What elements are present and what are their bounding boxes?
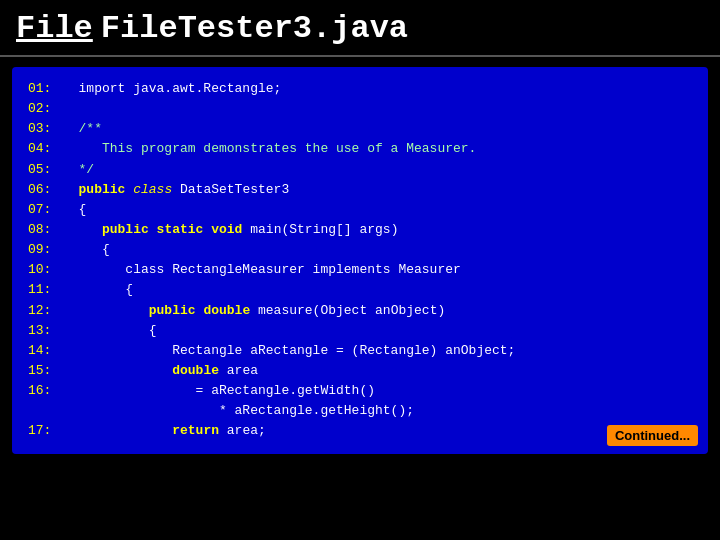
line-number: 03:	[28, 119, 79, 139]
continued-badge: Continued...	[607, 425, 698, 446]
table-row: 10: class RectangleMeasurer implements M…	[28, 260, 692, 280]
table-row: 12: public double measure(Object anObjec…	[28, 301, 692, 321]
header: File FileTester3.java	[0, 0, 720, 57]
table-row: 05: */	[28, 160, 692, 180]
line-number: 12:	[28, 301, 79, 321]
line-number: 15:	[28, 361, 79, 381]
code-container: 01: import java.awt.Rectangle; 02: 03: /…	[12, 67, 708, 454]
table-row: 17: return area;	[28, 421, 692, 441]
line-code: public class DataSetTester3	[79, 180, 692, 200]
line-number: 09:	[28, 240, 79, 260]
line-number: 04:	[28, 139, 79, 159]
table-row: 01: import java.awt.Rectangle;	[28, 79, 692, 99]
title-file-underlined: File	[16, 10, 93, 47]
table-row: 02:	[28, 99, 692, 119]
table-row: 03: /**	[28, 119, 692, 139]
line-number: 02:	[28, 99, 79, 119]
line-number: 16:	[28, 381, 79, 401]
line-number: 08:	[28, 220, 79, 240]
line-code: */	[79, 160, 692, 180]
line-number: 17:	[28, 421, 79, 441]
line-code: double area	[79, 361, 692, 381]
table-row: 08: public static void main(String[] arg…	[28, 220, 692, 240]
line-code: class RectangleMeasurer implements Measu…	[79, 260, 692, 280]
line-number: 01:	[28, 79, 79, 99]
table-row: 15: double area	[28, 361, 692, 381]
line-code: {	[79, 240, 692, 260]
table-row: 09: {	[28, 240, 692, 260]
line-code: {	[79, 280, 692, 300]
line-code: * aRectangle.getHeight();	[79, 401, 692, 421]
table-row: 13: {	[28, 321, 692, 341]
line-code: return area;	[79, 421, 692, 441]
table-row: 06: public class DataSetTester3	[28, 180, 692, 200]
line-number: 14:	[28, 341, 79, 361]
page-title: File FileTester3.java	[16, 10, 704, 47]
table-row: 11: {	[28, 280, 692, 300]
line-code: /**	[79, 119, 692, 139]
table-row: 14: Rectangle aRectangle = (Rectangle) a…	[28, 341, 692, 361]
line-code: This program demonstrates the use of a M…	[79, 139, 692, 159]
line-number: 13:	[28, 321, 79, 341]
line-code: {	[79, 200, 692, 220]
line-number: 05:	[28, 160, 79, 180]
line-code: public static void main(String[] args)	[79, 220, 692, 240]
line-number: 10:	[28, 260, 79, 280]
table-row: 04: This program demonstrates the use of…	[28, 139, 692, 159]
line-code: import java.awt.Rectangle;	[79, 79, 692, 99]
line-number	[28, 401, 79, 421]
line-number: 07:	[28, 200, 79, 220]
title-filename: FileTester3.java	[101, 10, 408, 47]
table-row: 16: = aRectangle.getWidth()	[28, 381, 692, 401]
line-code: public double measure(Object anObject)	[79, 301, 692, 321]
line-code: Rectangle aRectangle = (Rectangle) anObj…	[79, 341, 692, 361]
table-row: * aRectangle.getHeight();	[28, 401, 692, 421]
line-code: {	[79, 321, 692, 341]
code-table: 01: import java.awt.Rectangle; 02: 03: /…	[28, 79, 692, 442]
table-row: 07: {	[28, 200, 692, 220]
line-number: 11:	[28, 280, 79, 300]
line-number: 06:	[28, 180, 79, 200]
line-code	[79, 99, 692, 119]
line-code: = aRectangle.getWidth()	[79, 381, 692, 401]
